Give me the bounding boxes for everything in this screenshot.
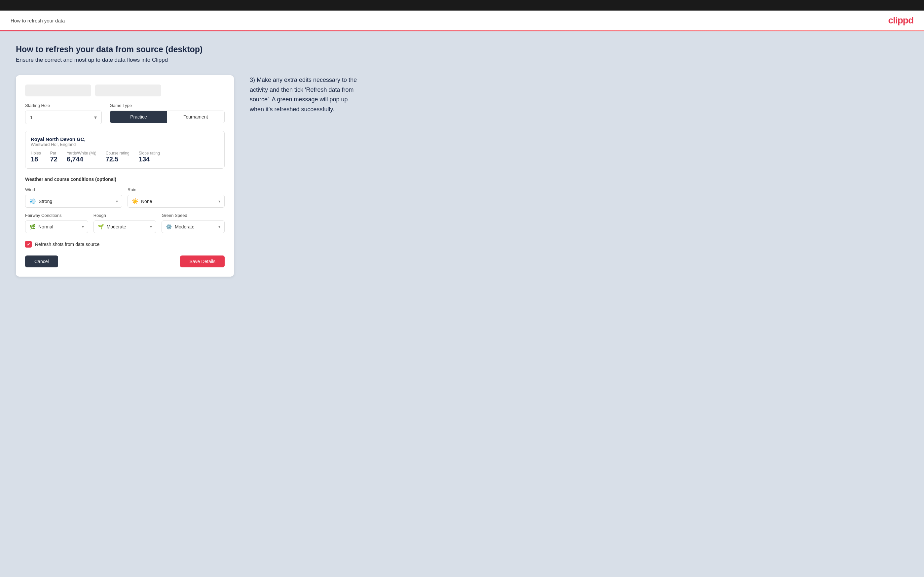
tab-placeholder-left bbox=[25, 84, 91, 97]
game-type-label: Game Type bbox=[110, 103, 225, 108]
wind-select[interactable]: 💨 Strong ▾ bbox=[25, 195, 122, 208]
starting-hole-group: Starting Hole 1 ▾ bbox=[25, 103, 102, 124]
holes-label: Holes bbox=[31, 151, 41, 155]
fairway-select[interactable]: 🌿 Normal ▾ bbox=[25, 221, 88, 233]
stat-slope-rating: Slope rating 134 bbox=[139, 151, 160, 163]
fairway-value: Normal bbox=[38, 224, 82, 229]
green-speed-select[interactable]: ⚙️ Moderate ▾ bbox=[162, 221, 225, 233]
fairway-group: Fairway Conditions 🌿 Normal ▾ bbox=[25, 213, 88, 233]
refresh-checkbox-row[interactable]: ✓ Refresh shots from data source bbox=[25, 241, 225, 248]
green-speed-icon: ⚙️ bbox=[166, 224, 172, 230]
tab-placeholder-right bbox=[95, 84, 161, 97]
rough-arrow: ▾ bbox=[150, 224, 152, 229]
button-row: Cancel Save Details bbox=[25, 256, 225, 268]
starting-hole-select[interactable]: 1 ▾ bbox=[25, 111, 102, 124]
checkbox-checked[interactable]: ✓ bbox=[25, 241, 32, 248]
form-row-top: Starting Hole 1 ▾ Game Type Practice Tou… bbox=[25, 103, 225, 124]
refresh-label: Refresh shots from data source bbox=[35, 242, 99, 247]
rain-arrow: ▾ bbox=[218, 199, 220, 204]
green-speed-arrow: ▾ bbox=[218, 224, 220, 229]
main-content: How to refresh your data from source (de… bbox=[0, 31, 924, 577]
fairway-icon: 🌿 bbox=[29, 224, 36, 230]
stat-yards: Yards/White (M)) 6,744 bbox=[67, 151, 97, 163]
rough-icon: 🌱 bbox=[98, 224, 104, 230]
starting-hole-label: Starting Hole bbox=[25, 103, 102, 108]
tournament-btn[interactable]: Tournament bbox=[167, 111, 224, 123]
checkmark-icon: ✓ bbox=[27, 242, 31, 247]
page-subtitle: Ensure the correct and most up to date d… bbox=[16, 57, 908, 63]
side-description: 3) Make any extra edits necessary to the… bbox=[250, 75, 362, 114]
yards-value: 6,744 bbox=[67, 155, 97, 163]
game-type-group: Game Type Practice Tournament bbox=[110, 103, 225, 124]
rough-value: Moderate bbox=[107, 224, 150, 229]
wind-value: Strong bbox=[39, 199, 116, 204]
game-type-toggle: Practice Tournament bbox=[110, 111, 225, 123]
wind-label: Wind bbox=[25, 187, 122, 192]
par-value: 72 bbox=[50, 155, 58, 163]
par-label: Par bbox=[50, 151, 58, 155]
fairway-label: Fairway Conditions bbox=[25, 213, 88, 218]
practice-btn[interactable]: Practice bbox=[110, 111, 167, 123]
holes-value: 18 bbox=[31, 155, 41, 163]
top-hint bbox=[25, 84, 225, 97]
page-title: How to refresh your data from source (de… bbox=[16, 45, 908, 54]
slope-rating-value: 134 bbox=[139, 155, 160, 163]
conditions-row-1: Wind 💨 Strong ▾ Rain ☀️ None ▾ bbox=[25, 187, 225, 208]
rain-select[interactable]: ☀️ None ▾ bbox=[128, 195, 225, 208]
slope-rating-label: Slope rating bbox=[139, 151, 160, 155]
content-area: Starting Hole 1 ▾ Game Type Practice Tou… bbox=[16, 75, 908, 277]
green-speed-value: Moderate bbox=[175, 224, 218, 229]
course-rating-label: Course rating bbox=[106, 151, 129, 155]
wind-arrow: ▾ bbox=[116, 199, 118, 204]
header-title: How to refresh your data bbox=[11, 18, 65, 23]
wind-icon: 💨 bbox=[29, 198, 36, 204]
stat-course-rating: Course rating 72.5 bbox=[106, 151, 129, 163]
logo: clippd bbox=[888, 15, 913, 26]
rain-group: Rain ☀️ None ▾ bbox=[128, 187, 225, 208]
form-panel: Starting Hole 1 ▾ Game Type Practice Tou… bbox=[16, 75, 234, 277]
course-rating-value: 72.5 bbox=[106, 155, 129, 163]
save-button[interactable]: Save Details bbox=[180, 256, 225, 268]
starting-hole-arrow: ▾ bbox=[94, 114, 97, 121]
cancel-button[interactable]: Cancel bbox=[25, 256, 58, 268]
conditions-section-title: Weather and course conditions (optional) bbox=[25, 177, 225, 182]
rough-select[interactable]: 🌱 Moderate ▾ bbox=[94, 221, 157, 233]
course-info: Royal North Devon GC, Westward Ho!, Engl… bbox=[25, 131, 225, 169]
stat-par: Par 72 bbox=[50, 151, 58, 163]
rain-label: Rain bbox=[128, 187, 225, 192]
top-bar bbox=[0, 0, 924, 11]
conditions-row-2: Fairway Conditions 🌿 Normal ▾ Rough 🌱 Mo… bbox=[25, 213, 225, 233]
starting-hole-value: 1 bbox=[30, 115, 33, 120]
rain-icon: ☀️ bbox=[132, 198, 139, 204]
rough-group: Rough 🌱 Moderate ▾ bbox=[94, 213, 157, 233]
side-text: 3) Make any extra edits necessary to the… bbox=[250, 75, 362, 114]
rain-value: None bbox=[141, 199, 218, 204]
stat-holes: Holes 18 bbox=[31, 151, 41, 163]
course-stats: Holes 18 Par 72 Yards/White (M)) 6,744 C… bbox=[31, 151, 219, 163]
header: How to refresh your data clippd bbox=[0, 11, 924, 31]
wind-group: Wind 💨 Strong ▾ bbox=[25, 187, 122, 208]
green-speed-group: Green Speed ⚙️ Moderate ▾ bbox=[162, 213, 225, 233]
green-speed-label: Green Speed bbox=[162, 213, 225, 218]
course-name: Royal North Devon GC, bbox=[31, 136, 219, 142]
fairway-arrow: ▾ bbox=[82, 224, 84, 229]
rough-label: Rough bbox=[94, 213, 157, 218]
yards-label: Yards/White (M)) bbox=[67, 151, 97, 155]
course-location: Westward Ho!, England bbox=[31, 142, 219, 147]
